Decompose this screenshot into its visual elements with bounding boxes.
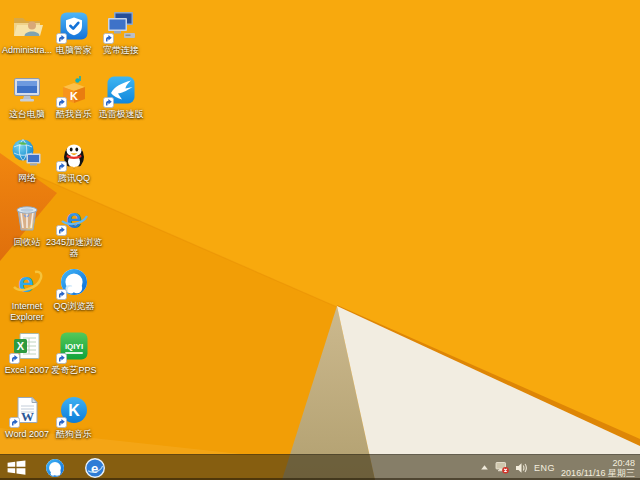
svg-text:e: e	[66, 203, 82, 234]
desktop-icon-label: 宽带连接	[103, 45, 139, 56]
shortcut-arrow-icon	[56, 417, 67, 428]
taskbar-icon-internet-explorer[interactable]: e	[84, 457, 106, 479]
shortcut-arrow-icon	[56, 161, 67, 172]
desktop-icon-grid: Administra... 电脑管家 宽带连接 这台电脑	[0, 0, 640, 480]
desktop-icon-art	[11, 138, 43, 170]
svg-text:W: W	[21, 409, 34, 424]
desktop-icon-label: 电脑管家	[56, 45, 92, 56]
desktop-icon-art	[105, 74, 137, 106]
taskbar-icon-qq-browser[interactable]	[44, 457, 66, 479]
language-indicator[interactable]: ENG	[534, 463, 555, 473]
desktop-icon-kugou-music[interactable]: K 酷狗音乐	[42, 394, 106, 440]
desktop-icon-art: e	[11, 266, 43, 298]
desktop-icon-art	[58, 266, 90, 298]
shortcut-arrow-icon	[103, 97, 114, 108]
desktop-icon-label: 酷我音乐	[56, 109, 92, 120]
shortcut-arrow-icon	[56, 289, 67, 300]
app-icon	[11, 10, 43, 42]
desktop-icon-label: 酷狗音乐	[56, 429, 92, 440]
desktop-icon-qq[interactable]: 腾讯QQ	[42, 138, 106, 184]
desktop-icon-art: W	[11, 394, 43, 426]
desktop-icon-label: 迅雷极速版	[99, 109, 144, 120]
desktop-icon-art: K	[58, 74, 90, 106]
desktop-icon-label: 这台电脑	[9, 109, 45, 120]
show-hidden-icons-button[interactable]	[480, 464, 489, 471]
app-icon	[11, 138, 43, 170]
desktop-icon-art: iQIYI	[58, 330, 90, 362]
shortcut-arrow-icon	[103, 33, 114, 44]
desktop-icon-art: X	[11, 330, 43, 362]
svg-text:e: e	[91, 460, 98, 475]
desktop-icon-e-2345[interactable]: e 2345加速浏览器	[42, 202, 106, 259]
app-icon	[11, 74, 43, 106]
shortcut-arrow-icon	[56, 97, 67, 108]
svg-text:K: K	[70, 90, 78, 102]
network-status-icon[interactable]	[495, 461, 509, 474]
svg-text:e: e	[18, 267, 34, 298]
desktop-icon-label: 回收站	[14, 237, 41, 248]
clock[interactable]: 20:48 2016/11/16 星期三	[561, 458, 635, 478]
desktop-icon-iqiyi-pps[interactable]: iQIYI 爱奇艺PPS	[42, 330, 106, 376]
desktop-icon-qq-browser[interactable]: QQ浏览器	[42, 266, 106, 312]
desktop-icon-art	[11, 202, 43, 234]
desktop-icon-art: e	[58, 202, 90, 234]
svg-text:X: X	[17, 340, 25, 352]
desktop-icon-art	[58, 10, 90, 42]
start-button[interactable]	[0, 455, 32, 480]
shortcut-arrow-icon	[56, 353, 67, 364]
desktop-icon-xunlei[interactable]: 迅雷极速版	[89, 74, 153, 120]
clock-time: 20:48	[561, 458, 635, 468]
shortcut-arrow-icon	[56, 33, 67, 44]
desktop-icon-art	[105, 10, 137, 42]
desktop-icon-art	[11, 10, 43, 42]
desktop: Administra... 电脑管家 宽带连接 这台电脑	[0, 0, 640, 480]
clock-date: 2016/11/16 星期三	[561, 468, 635, 478]
desktop-icon-label: QQ浏览器	[53, 301, 94, 312]
shortcut-arrow-icon	[56, 225, 67, 236]
desktop-icon-art	[58, 138, 90, 170]
svg-text:iQIYI: iQIYI	[65, 342, 83, 351]
app-icon	[11, 202, 43, 234]
app-icon: e	[11, 266, 43, 298]
desktop-icon-art: K	[58, 394, 90, 426]
windows-logo-icon	[7, 460, 26, 475]
system-tray: ENG 20:48 2016/11/16 星期三	[480, 458, 640, 478]
taskbar-apps: e	[44, 457, 106, 479]
shortcut-arrow-icon	[9, 353, 20, 364]
chevron-up-icon	[480, 464, 489, 471]
shortcut-arrow-icon	[9, 417, 20, 428]
desktop-icon-label: 2345加速浏览器	[42, 237, 106, 259]
desktop-icon-label: 爱奇艺PPS	[51, 365, 96, 376]
desktop-icon-broadband[interactable]: 宽带连接	[89, 10, 153, 56]
desktop-icon-art	[11, 74, 43, 106]
desktop-icon-label: 腾讯QQ	[58, 173, 90, 184]
taskbar: e	[0, 454, 640, 480]
svg-text:K: K	[68, 402, 80, 419]
desktop-icon-label: 网络	[18, 173, 36, 184]
volume-icon[interactable]	[515, 462, 528, 474]
